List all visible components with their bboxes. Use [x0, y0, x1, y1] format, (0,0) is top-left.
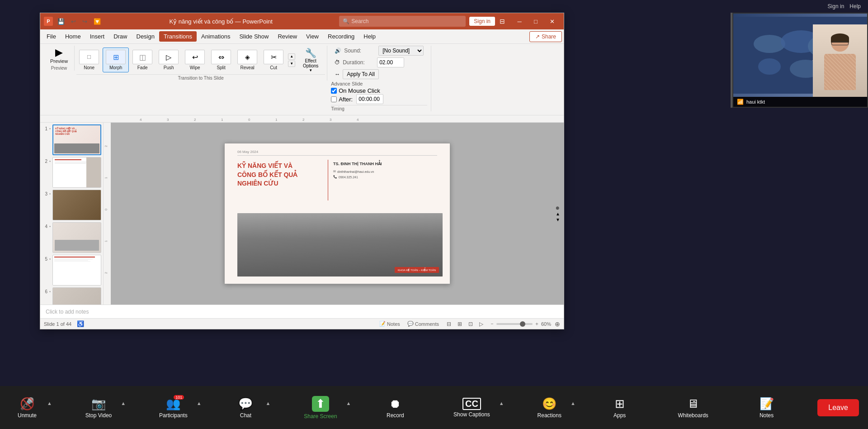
stop-video-arrow[interactable]: ▲ [119, 397, 127, 410]
menu-transitions[interactable]: Transitions [159, 31, 197, 42]
after-input[interactable] [356, 94, 383, 104]
slide-4-preview[interactable] [52, 222, 101, 253]
slideshow-icon[interactable]: ▷ [477, 319, 486, 329]
slide-5-preview[interactable] [52, 255, 101, 286]
zoom-level: 60% [541, 321, 551, 327]
redo-button[interactable]: ↪ [80, 17, 89, 26]
transition-morph[interactable]: ⊞ Morph [103, 48, 129, 72]
transition-fade[interactable]: ◫ Fade [130, 48, 155, 72]
share-button[interactable]: ↗ Share [529, 31, 562, 42]
participants-button[interactable]: 👥 101 Participants [152, 393, 195, 422]
participants-arrow[interactable]: ▲ [195, 397, 203, 410]
slide-1-preview[interactable]: KỸ NĂNG VIẾT VÀCÔNG BỐ KẾT QUẢNGHIÊN CỨU [52, 124, 101, 155]
scroll-down-icon[interactable]: ▼ [556, 217, 560, 222]
notes-icon: 📝 [379, 321, 386, 327]
maximize-button[interactable]: □ [528, 15, 544, 28]
svg-text:2: 2 [194, 118, 196, 122]
sound-select[interactable]: [No Sound] [378, 46, 424, 56]
after-checkbox[interactable] [331, 96, 337, 102]
slide-panel[interactable]: 1 * KỸ NĂNG VIẾT VÀCÔNG BỐ KẾT QUẢNGHIÊN… [40, 123, 104, 305]
leave-button[interactable]: Leave [817, 399, 859, 416]
customize-button[interactable]: 🔽 [92, 17, 103, 26]
zoom-thumb[interactable] [520, 321, 525, 327]
chat-button[interactable]: 💬 Chat [227, 393, 264, 422]
video-separator[interactable] [731, 13, 732, 108]
transition-none[interactable]: ☐ None [76, 48, 102, 72]
apps-button[interactable]: ⊞ Apps [602, 393, 638, 422]
reading-view-icon[interactable]: ⊡ [466, 319, 475, 329]
whiteboards-button[interactable]: 🖥 Whiteboards [670, 393, 715, 422]
slide-2-preview[interactable] [52, 157, 101, 188]
slide-3-thumb[interactable]: 3 * [42, 190, 101, 220]
menu-help[interactable]: Help [359, 31, 380, 42]
menu-design[interactable]: Design [132, 31, 159, 42]
normal-view-icon[interactable]: ⊟ [444, 319, 453, 329]
search-input[interactable] [351, 18, 462, 24]
transition-cut[interactable]: ✂ Cut [261, 48, 286, 72]
stop-video-button[interactable]: 📷 Stop Video [78, 393, 119, 422]
slide-1-thumb[interactable]: 1 * KỸ NĂNG VIẾT VÀCÔNG BỐ KẾT QUẢNGHIÊN… [42, 124, 101, 155]
share-screen-arrow[interactable]: ▲ [344, 397, 353, 410]
menu-review[interactable]: Review [273, 31, 302, 42]
signin-button[interactable]: Sign in [469, 17, 495, 26]
fit-screen-button[interactable]: ⊕ [555, 320, 560, 328]
transition-wipe[interactable]: ↩ Wipe [182, 48, 208, 72]
menu-animations[interactable]: Animations [197, 31, 235, 42]
scroll-up-arrow[interactable]: ▲ [288, 53, 295, 60]
transition-fade-label: Fade [137, 65, 148, 70]
share-screen-button[interactable]: ⬆ Share Screen [297, 392, 344, 423]
slide-5-thumb[interactable]: 5 * [42, 255, 101, 286]
menu-insert[interactable]: Insert [85, 31, 109, 42]
menu-recording[interactable]: Recording [323, 31, 359, 42]
notes-button[interactable]: 📝 Notes [377, 320, 402, 328]
transition-reveal[interactable]: ◈ Reveal [235, 48, 260, 72]
main-slide-canvas[interactable]: 06 May 2024 KỸ NĂNG VIẾT VÀ CÔNG BỐ KẾT … [224, 143, 450, 284]
menu-slideshow[interactable]: Slide Show [235, 31, 273, 42]
search-box[interactable]: 🔍 [339, 16, 466, 27]
mouse-click-checkbox[interactable] [331, 88, 337, 94]
slide-6-thumb[interactable]: 6 * [42, 287, 101, 305]
slide-6-preview[interactable] [52, 287, 101, 305]
notes-zoom-button[interactable]: 📝 Notes [749, 393, 785, 422]
transition-push[interactable]: ▷ Push [156, 48, 181, 72]
scroll-up-icon[interactable]: ▲ [556, 211, 560, 216]
svg-rect-0 [40, 115, 564, 123]
close-button[interactable]: ✕ [544, 15, 560, 28]
slide-2-thumb[interactable]: 2 * [42, 157, 101, 188]
save-button[interactable]: 💾 [56, 17, 66, 26]
show-captions-button[interactable]: CC Show Captions [446, 394, 497, 421]
menu-view[interactable]: View [302, 31, 323, 42]
menu-file[interactable]: File [42, 31, 61, 42]
reactions-button[interactable]: 😊 Reactions [530, 393, 569, 422]
undo-button[interactable]: ↩ [69, 17, 78, 26]
os-help[interactable]: Help [849, 3, 861, 10]
unmute-arrow[interactable]: ▲ [45, 397, 54, 410]
apply-all-button[interactable]: Apply To All [343, 69, 379, 79]
scroll-down-arrow[interactable]: ▼ [288, 61, 295, 67]
slide-3-preview[interactable] [52, 190, 101, 220]
zoom-slider[interactable] [496, 323, 533, 325]
ribbon-toggle-icon[interactable]: ⊟ [497, 16, 508, 27]
record-button[interactable]: ⏺ Record [377, 393, 413, 422]
comments-button[interactable]: 💬 Comments [406, 320, 441, 328]
minimize-button[interactable]: ─ [511, 15, 528, 28]
captions-arrow[interactable]: ▲ [497, 397, 506, 410]
preview-icon: ▶ [55, 48, 63, 57]
notes-area[interactable]: Click to add notes [40, 305, 564, 318]
zoom-out-icon[interactable]: － [490, 320, 495, 327]
fit-width-icon[interactable]: ⊕ [556, 205, 560, 210]
preview-button[interactable]: ▶ Preview [47, 46, 71, 66]
chat-arrow[interactable]: ▲ [264, 397, 272, 410]
effect-options-button[interactable]: 🔧 EffectOptions ▼ [299, 46, 322, 74]
duration-input[interactable] [377, 57, 404, 67]
slide-sorter-icon[interactable]: ⊞ [455, 319, 464, 329]
transition-split[interactable]: ⇔ Split [208, 48, 234, 72]
unmute-button[interactable]: 🎤 🚫 Unmute [9, 393, 45, 422]
zoom-in-icon[interactable]: ＋ [534, 320, 539, 327]
reactions-arrow[interactable]: ▲ [569, 397, 577, 410]
os-signin[interactable]: Sign in [828, 3, 844, 10]
menu-home[interactable]: Home [61, 31, 85, 42]
slide-4-thumb[interactable]: 4 * [42, 222, 101, 253]
menu-draw[interactable]: Draw [109, 31, 132, 42]
scroll-controls: ⊕ ▲ ▼ [556, 205, 560, 222]
